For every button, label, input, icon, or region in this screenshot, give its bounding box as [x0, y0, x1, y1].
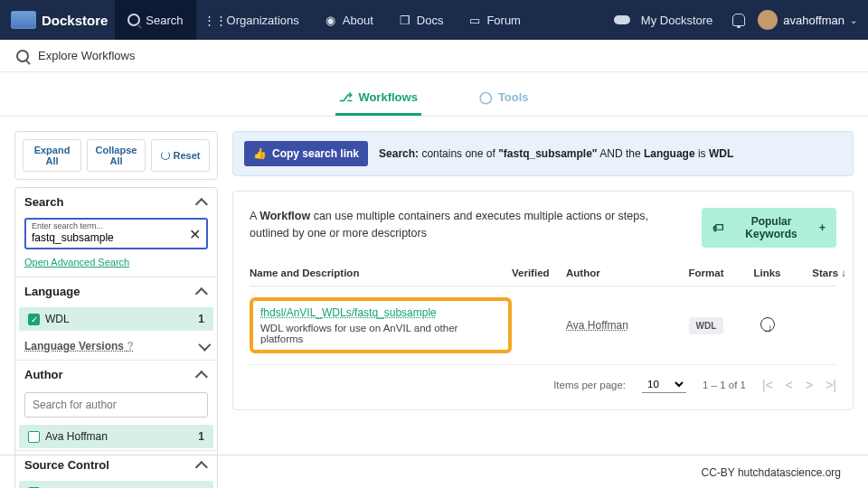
col-links[interactable]: Links [738, 267, 797, 278]
breadcrumb-bar: Explore Workflows [0, 40, 868, 72]
search-label: Enter search term... [32, 221, 201, 230]
workflow-intro: A Workflow can use multiple containers a… [250, 208, 684, 242]
user-menu[interactable]: avahoffman ⌄ [758, 10, 857, 30]
refresh-icon [161, 151, 170, 160]
facet-panel: Search Enter search term... ✕ Open Advan… [14, 187, 218, 488]
facet-search-head[interactable]: Search [15, 188, 217, 216]
tool-icon: ◯ [479, 90, 493, 104]
chevron-up-icon [195, 198, 208, 211]
tab-tools[interactable]: ◯Tools [476, 83, 533, 116]
result-author-link[interactable]: Ava Hoffman [566, 319, 628, 332]
facet-language-head[interactable]: Language [15, 277, 217, 305]
facet-language-wdl[interactable]: ✓WDL 1 [19, 307, 213, 331]
nav-docs[interactable]: ❐Docs [386, 0, 457, 40]
checkbox-icon [28, 431, 40, 443]
facet-author-ava[interactable]: Ava Hoffman 1 [19, 425, 213, 448]
sort-down-icon: ↓ [841, 267, 846, 278]
table-row: fhdsl/AnVIL_WDLs/fastq_subsample WDL wor… [250, 286, 836, 364]
help-icon: ? [127, 340, 133, 352]
col-author[interactable]: Author [566, 267, 675, 278]
search-summary-banner: 👍Copy search link Search: contains one o… [232, 131, 854, 176]
format-badge: WDL [689, 317, 724, 334]
col-verified[interactable]: Verified [512, 267, 566, 278]
table-header: Name and Description Verified Author For… [250, 267, 836, 286]
username: avahoffman [783, 14, 844, 27]
chevron-up-icon [195, 461, 208, 474]
thumbs-up-icon: 👍 [253, 147, 267, 160]
content-tabs: ⎇Workflows ◯Tools [0, 72, 868, 117]
tab-workflows[interactable]: ⎇Workflows [335, 83, 421, 116]
about-icon: ◉ [325, 14, 337, 26]
results-table: Name and Description Verified Author For… [250, 267, 836, 393]
search-icon [16, 50, 29, 62]
result-description: WDL workflows for use on AnVIL and other… [260, 323, 501, 344]
main-content: 👍Copy search link Search: contains one o… [232, 131, 854, 488]
copy-search-link-button[interactable]: 👍Copy search link [244, 141, 368, 166]
search-icon [127, 14, 140, 26]
highlighted-result: fhdsl/AnVIL_WDLs/fastq_subsample WDL wor… [250, 297, 512, 353]
attribution-text: CC-BY hutchdatascience.org [701, 466, 841, 479]
results-card: A Workflow can use multiple containers a… [232, 191, 854, 410]
page-prev-icon[interactable]: < [786, 378, 793, 392]
result-name-link[interactable]: fhdsl/AnVIL_WDLs/fastq_subsample [260, 306, 437, 319]
page-body: Expand All Collapse All Reset Search Ent… [0, 117, 868, 488]
expand-all-button[interactable]: Expand All [23, 139, 81, 172]
col-stars[interactable]: Stars ↓ [797, 267, 846, 278]
primary-nav: Search ⋮⋮Organizations ◉About ❐Docs ▭For… [115, 0, 533, 40]
advanced-search-link[interactable]: Open Advanced Search [15, 257, 217, 277]
page-range: 1 – 1 of 1 [703, 380, 746, 390]
author-search-input[interactable] [24, 392, 208, 418]
checkbox-checked-icon: ✓ [28, 314, 40, 325]
github-icon[interactable] [760, 317, 775, 332]
facet-language-versions[interactable]: Language Versions ? [15, 333, 217, 360]
page-context: Explore Workflows [38, 49, 135, 62]
search-field-wrap: Enter search term... ✕ [24, 218, 208, 249]
plus-icon: + [819, 221, 826, 234]
forum-icon: ▭ [468, 14, 481, 26]
avatar [758, 10, 778, 30]
top-nav: Dockstore Search ⋮⋮Organizations ◉About … [0, 0, 868, 40]
chevron-up-icon [195, 287, 208, 300]
brand-name: Dockstore [42, 13, 108, 28]
facet-source-github[interactable]: GitHub 1 [19, 481, 213, 488]
container-icon [11, 11, 36, 29]
items-per-page-label: Items per page: [553, 380, 626, 390]
clear-search-icon[interactable]: ✕ [189, 225, 201, 242]
sidebar-actions: Expand All Collapse All Reset [14, 131, 218, 180]
nav-my-dockstore[interactable]: My Dockstore [607, 0, 720, 40]
pagination: Items per page: 10 1 – 1 of 1 |< < > >| [250, 364, 836, 393]
brand-logo[interactable]: Dockstore [11, 11, 108, 29]
search-input[interactable] [32, 231, 175, 244]
nav-forum[interactable]: ▭Forum [456, 0, 533, 40]
user-nav: My Dockstore avahoffman ⌄ [607, 0, 857, 40]
page-last-icon[interactable]: >| [826, 378, 836, 392]
page-next-icon[interactable]: > [806, 378, 813, 392]
filter-sidebar: Expand All Collapse All Reset Search Ent… [14, 131, 218, 488]
nav-search[interactable]: Search [115, 0, 195, 40]
popular-keywords-button[interactable]: 🏷Popular Keywords+ [702, 208, 836, 248]
chevron-down-icon: ⌄ [850, 15, 857, 25]
cloud-icon [614, 15, 630, 24]
col-name[interactable]: Name and Description [250, 267, 512, 278]
docs-icon: ❐ [399, 14, 411, 26]
notifications-icon[interactable] [732, 14, 745, 26]
chevron-up-icon [195, 371, 208, 383]
organizations-icon: ⋮⋮ [209, 14, 222, 26]
search-summary-text: Search: contains one of "fastq_subsample… [379, 147, 733, 160]
tag-icon: 🏷 [712, 221, 723, 234]
facet-author-head[interactable]: Author [15, 360, 217, 389]
reset-button[interactable]: Reset [151, 139, 210, 172]
chevron-down-icon [198, 339, 211, 352]
nav-about[interactable]: ◉About [312, 0, 386, 40]
nav-organizations[interactable]: ⋮⋮Organizations [196, 0, 312, 40]
collapse-all-button[interactable]: Collapse All [87, 139, 146, 172]
page-first-icon[interactable]: |< [762, 378, 773, 392]
col-format[interactable]: Format [675, 267, 738, 278]
workflow-icon: ⎇ [339, 90, 353, 104]
items-per-page-select[interactable]: 10 [642, 376, 686, 393]
